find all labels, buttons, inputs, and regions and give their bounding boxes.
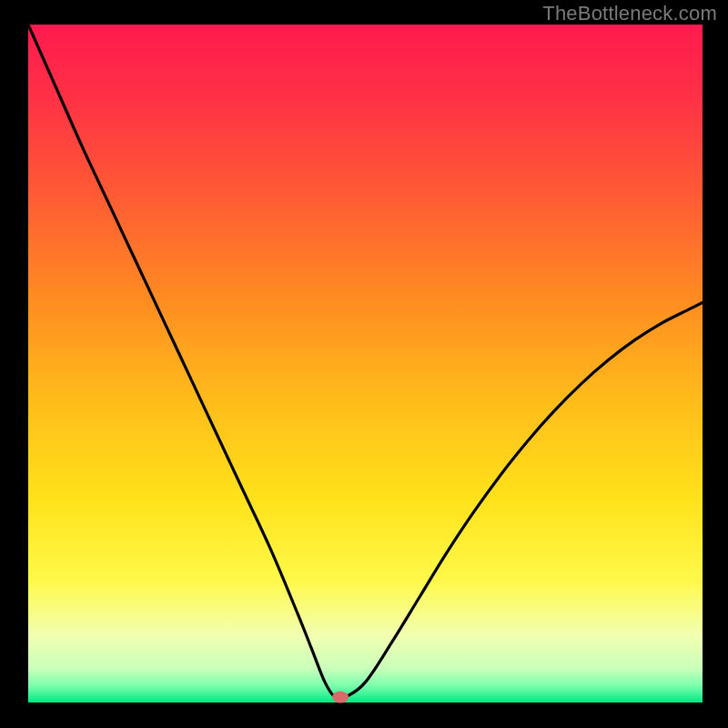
watermark-label: TheBottleneck.com — [542, 2, 717, 25]
gradient-background — [28, 25, 703, 703]
optimal-point-marker — [332, 692, 349, 703]
bottleneck-chart — [0, 0, 728, 728]
chart-frame: { "watermark": "TheBottleneck.com", "plo… — [0, 0, 728, 728]
